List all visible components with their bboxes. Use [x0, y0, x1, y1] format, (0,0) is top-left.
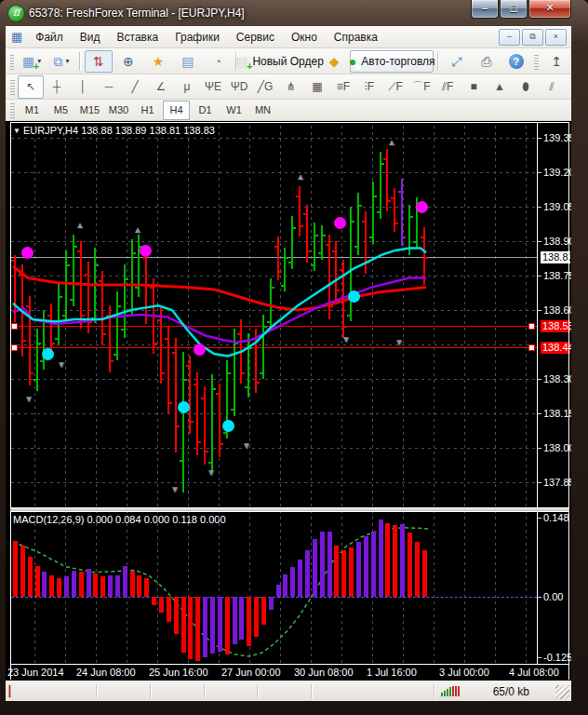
toolbar-grip[interactable]	[10, 101, 15, 118]
order-line-handle[interactable]	[11, 344, 18, 351]
bar-close-tick	[118, 305, 121, 307]
crosshair-tool-button[interactable]: ┼	[44, 75, 70, 99]
fibo-fan-tool-button[interactable]: ⟋F	[382, 75, 408, 99]
data-window-button[interactable]: ⊕	[114, 50, 142, 73]
price-scale-tick	[538, 276, 541, 277]
mdi-close-button[interactable]: ×	[545, 29, 567, 46]
regression-channel-tool-button[interactable]: μ	[174, 75, 200, 99]
ellipse-tool-button[interactable]: ⬮	[513, 75, 539, 99]
window-title: 65378: FreshForex Terminal - [EURJPY,H4]	[29, 7, 245, 20]
strategy-tester-button[interactable]: ◔	[204, 50, 232, 73]
ellipse-icon: ⬮	[522, 80, 529, 93]
timeframe-h4-button[interactable]: H4	[163, 101, 190, 120]
equidistant-channel-tool-button[interactable]: ⫽	[539, 75, 565, 99]
cursor-tool-button[interactable]: ↖	[18, 75, 44, 99]
app-logo-icon: ff	[7, 5, 25, 22]
order-line-handle[interactable]	[528, 344, 535, 351]
price-bar	[182, 352, 184, 492]
title-bar[interactable]: ff 65378: FreshForex Terminal - [EURJPY,…	[0, 0, 588, 26]
menu-view[interactable]: Вид	[72, 28, 109, 47]
trend-by-angle-tool-button[interactable]: ∠	[148, 75, 174, 99]
new-chart-button[interactable]: ▦+▾	[18, 50, 46, 73]
magenta-signal-dot	[21, 247, 33, 259]
dropdown-arrow-icon[interactable]: ▾	[66, 57, 70, 65]
chart-window-icon[interactable]: ▦	[11, 30, 22, 44]
autotrading-button[interactable]: ●▸Авто-торговля	[350, 50, 434, 73]
timeframe-m1-button[interactable]: M1	[19, 101, 46, 120]
new-order-button[interactable]: ▤+Новый Ордер	[241, 50, 319, 73]
macd-histogram-bar	[269, 597, 274, 610]
bar-open-tick	[311, 264, 314, 266]
menu-help[interactable]: Справка	[326, 28, 386, 47]
bar-close-tick	[213, 388, 216, 390]
toolbar-grip[interactable]	[10, 78, 15, 95]
navigator-button[interactable]: ★	[144, 50, 172, 73]
help-button[interactable]: ?	[502, 50, 530, 73]
metaeditor-button[interactable]: ◆	[320, 50, 348, 73]
time-axis-label: 27 Jun 00:00	[221, 667, 281, 678]
bar-open-tick	[281, 285, 284, 287]
resize-grip[interactable]	[555, 685, 569, 699]
pitchfork-e-tool-button[interactable]: ΨE	[200, 75, 226, 99]
grid-line	[96, 123, 97, 506]
order-line-handle[interactable]	[528, 323, 535, 330]
new-chart-overlay-icon: +	[33, 61, 39, 72]
chart-shift-button[interactable]: ↥	[542, 50, 570, 73]
macd-histogram-bar	[313, 539, 317, 597]
profiles-button[interactable]: ⧉▾	[47, 50, 75, 73]
menu-insert[interactable]: Вставка	[109, 28, 167, 47]
timeframe-m5-button[interactable]: M5	[47, 101, 74, 120]
bar-close-tick	[286, 257, 288, 259]
bar-close-tick	[96, 264, 99, 266]
collapse-indicator-icon[interactable]: ▼	[13, 127, 20, 135]
timeframe-w1-button[interactable]: W1	[220, 101, 247, 120]
price-scale-tick	[538, 241, 541, 242]
triangle-icon: ▲	[494, 80, 505, 93]
timeframe-mn-button[interactable]: MN	[249, 101, 276, 120]
terminal-button[interactable]: ▤	[174, 50, 202, 73]
vertical-line-tool-button[interactable]: │	[70, 75, 96, 99]
fibo-retracement-tool-button[interactable]: ≡F	[330, 75, 356, 99]
menu-service[interactable]: Сервис	[228, 28, 283, 47]
chart-area[interactable]: ▼ EURJPY,H4 138.88 138.89 138.81 138.83 …	[6, 121, 571, 681]
price-scale-tick	[538, 138, 541, 139]
price-scale-tick	[538, 310, 541, 311]
maximize-button[interactable]: ◻	[500, 0, 528, 19]
connection-signal-icon	[441, 686, 465, 696]
timeframe-h1-button[interactable]: H1	[134, 101, 161, 120]
fibo-arcs-tool-button[interactable]: ⌒F	[408, 75, 434, 99]
trendline-tool-button[interactable]: ╱	[122, 75, 148, 99]
cursor-icon: ↖	[26, 80, 35, 93]
menu-file[interactable]: Файл	[27, 28, 72, 47]
menu-charts[interactable]: Графики	[167, 28, 228, 47]
toolbar-grip[interactable]	[10, 53, 14, 70]
timeframe-d1-button[interactable]: D1	[192, 101, 219, 120]
horizontal-line-tool-button[interactable]: ─	[96, 75, 122, 99]
gann-line-tool-button[interactable]: ╱G	[252, 75, 278, 99]
timeframe-m15-button[interactable]: M15	[76, 101, 103, 120]
rectangle-tool-button[interactable]: ■	[461, 75, 487, 99]
bar-close-tick	[184, 379, 187, 381]
market-watch-button[interactable]: ⇅	[85, 50, 113, 73]
fibo-channel-tool-button[interactable]: ⫽F	[434, 75, 461, 99]
pitchfork-d-tool-button[interactable]: ΨD	[226, 75, 252, 99]
timeframe-m30-button[interactable]: M30	[105, 101, 132, 120]
fibo-timezones-tool-button[interactable]: ⫶F	[356, 75, 382, 99]
order-level-line[interactable]	[11, 326, 537, 327]
toolbar-grip[interactable]	[534, 53, 539, 70]
mdi-minimize-button[interactable]: –	[499, 29, 520, 46]
fractal-up-arrow-icon: ▲	[133, 225, 142, 235]
menu-window[interactable]: Окно	[283, 28, 326, 47]
minimize-button[interactable]: –	[471, 0, 499, 19]
gann-grid-tool-button[interactable]: ▦	[304, 75, 330, 99]
mdi-restore-button[interactable]: ⧉	[522, 29, 543, 46]
close-button[interactable]: ✕	[528, 0, 571, 19]
triangle-tool-button[interactable]: ▲	[487, 75, 513, 99]
fullscreen-button[interactable]: ⤢	[443, 50, 471, 73]
bar-close-tick	[52, 343, 55, 344]
gann-fan-tool-button[interactable]: ⋔	[278, 75, 304, 99]
bar-open-tick	[26, 305, 29, 307]
print-button[interactable]: ⎙	[473, 50, 501, 73]
order-line-handle[interactable]	[11, 323, 18, 330]
order-level-line[interactable]	[11, 347, 537, 348]
